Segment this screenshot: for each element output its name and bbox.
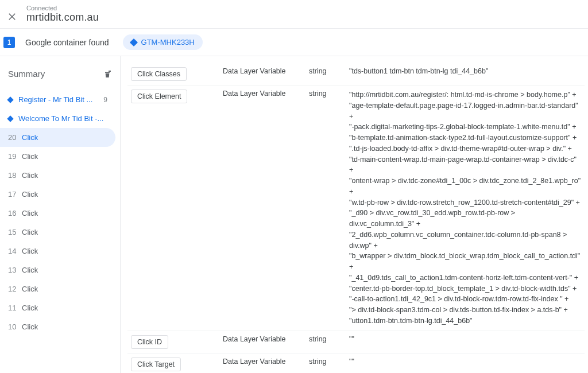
event-label: Click (22, 209, 38, 217)
page-icon (7, 96, 13, 103)
return-type: string (305, 63, 346, 86)
summary-title[interactable]: Summary (8, 69, 45, 79)
sidebar-item-label: Register - Mr Tid Bit ... (18, 95, 92, 104)
variable-value: "tds-button1 tdm-btn tdm-btn-lg tdi_44_b… (346, 63, 585, 86)
event-label: Click (22, 285, 38, 293)
container-chip[interactable]: GTM-MHK233H (123, 34, 203, 50)
header: Connected mrtidbit.com.au (0, 0, 588, 29)
variable-type: Data Layer Variable (219, 331, 305, 353)
event-number: 16 (8, 209, 18, 217)
event-number: 17 (8, 190, 18, 199)
table-row: Click IDData Layer Variablestring"" (127, 331, 585, 353)
tag-icon (129, 38, 137, 46)
event-number: 18 (8, 171, 18, 180)
sidebar-event-item[interactable]: 20Click (0, 128, 115, 147)
container-found-text: Google container found (25, 38, 109, 47)
event-label: Click (22, 152, 38, 161)
event-label: Click (22, 171, 38, 180)
variable-name[interactable]: Click Target (131, 358, 181, 371)
sidebar-event-item[interactable]: 17Click (0, 185, 115, 204)
sidebar-event-item[interactable]: 14Click (0, 242, 115, 261)
event-number: 11 (8, 304, 18, 312)
event-number: 15 (8, 228, 18, 236)
return-type: string (305, 353, 346, 373)
page-icon (7, 115, 13, 122)
event-label: Click (22, 247, 38, 255)
sidebar-event-item[interactable]: 13Click (0, 261, 115, 279)
svg-rect-2 (109, 71, 111, 72)
container-bar: 1 Google container found GTM-MHK233H (0, 29, 588, 56)
container-count-badge: 1 (3, 37, 15, 48)
sidebar-event-item[interactable]: 18Click (0, 166, 115, 185)
sidebar-item-label: Welcome To Mr Tid Bit -... (18, 114, 103, 123)
variable-value: "" (346, 353, 585, 373)
variable-name[interactable]: Click Element (131, 90, 187, 103)
event-label: Click (22, 228, 38, 236)
variables-panel: Click ClassesData Layer Variablestring"t… (121, 56, 588, 373)
variable-type: Data Layer Variable (219, 353, 305, 373)
return-type: string (305, 86, 346, 331)
sidebar-event-item[interactable]: 19Click (0, 147, 115, 166)
domain-block: Connected mrtidbit.com.au (26, 5, 99, 24)
sidebar-page-item[interactable]: Register - Mr Tid Bit ...9 (0, 90, 115, 109)
return-type: string (305, 331, 346, 353)
variable-value: "http://mrtidbit.com.au/register/: html.… (346, 86, 585, 331)
event-label: Click (22, 133, 38, 142)
container-id: GTM-MHK233H (141, 38, 195, 46)
event-number: 19 (8, 152, 18, 161)
event-label: Click (22, 323, 38, 331)
table-row: Click TargetData Layer Variablestring"" (127, 353, 585, 373)
event-label: Click (22, 190, 38, 199)
clear-icon[interactable] (103, 69, 112, 79)
variable-type: Data Layer Variable (219, 86, 305, 331)
sidebar-event-item[interactable]: 12Click (0, 279, 115, 298)
close-icon[interactable] (7, 11, 17, 22)
variable-type: Data Layer Variable (219, 63, 305, 86)
table-row: Click ClassesData Layer Variablestring"t… (127, 63, 585, 86)
domain-name: mrtidbit.com.au (26, 11, 99, 24)
event-label: Click (22, 304, 38, 312)
variables-table: Click ClassesData Layer Variablestring"t… (127, 63, 585, 373)
table-row: Click ElementData Layer Variablestring"h… (127, 86, 585, 331)
variable-name[interactable]: Click Classes (131, 67, 187, 81)
event-number: 20 (8, 133, 18, 142)
sidebar: Summary Register - Mr Tid Bit ...9Welcom… (0, 56, 121, 373)
event-number: 13 (8, 266, 18, 274)
sidebar-event-item[interactable]: 10Click (0, 317, 115, 336)
sidebar-item-count: 9 (100, 96, 107, 104)
sidebar-event-item[interactable]: 15Click (0, 223, 115, 242)
variable-value: "" (346, 331, 585, 353)
sidebar-event-item[interactable]: 16Click (0, 204, 115, 223)
event-number: 10 (8, 323, 18, 331)
event-label: Click (22, 266, 38, 274)
event-number: 12 (8, 285, 18, 293)
event-number: 14 (8, 247, 18, 255)
sidebar-page-item[interactable]: Welcome To Mr Tid Bit -... (0, 109, 115, 128)
sidebar-event-item[interactable]: 11Click (0, 298, 115, 317)
variable-name[interactable]: Click ID (131, 335, 168, 349)
connected-label: Connected (26, 5, 99, 11)
